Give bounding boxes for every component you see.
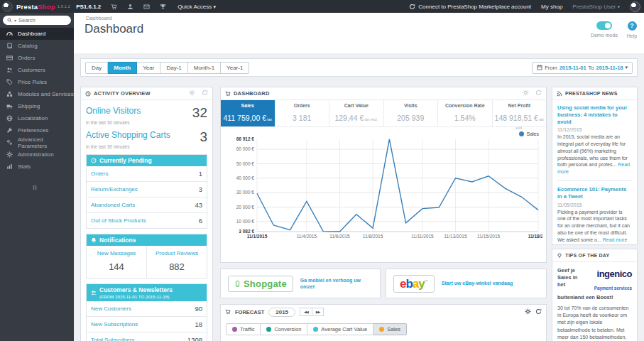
pending-label[interactable]: Abandoned Carts xyxy=(91,202,135,208)
sidebar-search[interactable]: ▾ xyxy=(3,16,71,25)
prestashop-news-panel: PRESTASHOP NEWS Using social media for y… xyxy=(552,87,638,245)
marketplace-link[interactable]: Connect to PrestaShop Marketplace accoun… xyxy=(409,4,531,10)
range-button-day[interactable]: Day xyxy=(85,62,108,74)
my-shop-link[interactable]: My shop xyxy=(541,4,562,10)
sidebar-item-dashboard[interactable]: Dashboard xyxy=(0,28,74,40)
sidebar-item-price-rules[interactable]: Price Rules xyxy=(0,76,74,88)
panel-title: DASHBOARD xyxy=(234,90,270,97)
ingenico-logo[interactable]: ingenico Payment services xyxy=(585,267,632,293)
sidebar-item-catalog[interactable]: Catalog xyxy=(0,40,74,52)
notification-label[interactable]: Product Reviews xyxy=(148,250,205,256)
ebay-link[interactable]: Start uw eBay-winkel vandaag xyxy=(442,280,513,286)
chevron-down-icon: ▾ xyxy=(625,65,628,70)
range-button-year-1[interactable]: Year-1 xyxy=(221,62,249,74)
range-button-year[interactable]: Year xyxy=(137,62,160,74)
gear-icon[interactable] xyxy=(189,90,195,97)
active-carts-link[interactable]: Active Shopping Carts xyxy=(86,130,170,140)
previous-year-button[interactable]: ◀◀ xyxy=(300,308,312,316)
customers-label[interactable]: Total Subscribers xyxy=(91,337,134,341)
puzzle-icon xyxy=(6,91,13,97)
refresh-icon[interactable] xyxy=(535,308,542,316)
gear-icon[interactable] xyxy=(523,90,529,97)
kpi-tile-orders[interactable]: Orders3 181 xyxy=(275,100,330,126)
customers-label[interactable]: New Subscriptions xyxy=(91,321,138,328)
sidebar-item-modules-and-services[interactable]: Modules and Services xyxy=(0,88,74,100)
sidebar-item-orders[interactable]: Orders xyxy=(0,52,74,64)
customers-label[interactable]: New Customers xyxy=(91,305,131,312)
trophy-icon[interactable] xyxy=(160,4,166,10)
rss-icon xyxy=(557,91,562,97)
kpi-tile-net-profit[interactable]: Net Profit148 918,51 € tax excl. xyxy=(493,100,547,126)
kpi-label: Cart Value xyxy=(329,103,383,108)
demo-mode-toggle[interactable] xyxy=(596,21,612,30)
quick-access-menu[interactable]: Quick Access ▾ xyxy=(178,4,216,10)
ebay-letter: y xyxy=(418,277,424,291)
next-year-button[interactable]: ▶▶ xyxy=(312,308,324,316)
messages-icon[interactable] xyxy=(143,4,150,10)
kpi-tile-visits[interactable]: Visits205 939 xyxy=(384,100,439,126)
refresh-icon[interactable] xyxy=(202,90,208,97)
customers-icon[interactable] xyxy=(127,4,133,10)
online-visitors-link[interactable]: Online Visitors xyxy=(86,106,141,116)
tag-icon xyxy=(6,79,13,85)
read-more-link[interactable]: Read more xyxy=(603,237,628,242)
pending-label[interactable]: Out of Stock Products xyxy=(91,217,146,224)
globe-icon xyxy=(6,115,13,121)
svg-text:11/18/201: 11/18/201 xyxy=(528,234,542,239)
shopgate-link[interactable]: Ga mobiel en verhoog uw omzet xyxy=(300,277,373,290)
notification-cell: New Messages144 xyxy=(87,246,146,278)
gears-icon xyxy=(6,139,13,146)
topbar: PrestaShop 1.6.1.2 PS1.6.1.2 Quick Acces… xyxy=(0,0,644,13)
pending-label[interactable]: Orders xyxy=(91,170,108,177)
forecast-legend-sales[interactable]: Sales xyxy=(373,323,407,335)
date-range-picker[interactable]: From2015-11-01 To2015-11-18 ▾ xyxy=(532,62,633,74)
range-button-day-1[interactable]: Day-1 xyxy=(160,62,187,74)
svg-text:30 000 €: 30 000 € xyxy=(236,190,255,195)
forecast-legend-traffic[interactable]: Traffic xyxy=(226,323,261,335)
news-title[interactable]: Using social media for your business: 4 … xyxy=(557,104,632,125)
help-icon[interactable]: ? xyxy=(628,21,637,31)
forecast-year[interactable]: 2015 xyxy=(268,308,295,317)
pending-label[interactable]: Return/Exchanges xyxy=(91,186,138,193)
read-more-link[interactable]: Read more xyxy=(557,162,630,174)
gear-icon[interactable] xyxy=(525,308,531,316)
range-button-month-1[interactable]: Month-1 xyxy=(188,62,221,74)
range-button-month[interactable]: Month xyxy=(108,62,137,74)
user-menu[interactable]: PrestaShop User ▾ xyxy=(572,4,620,10)
sidebar-item-localization[interactable]: Localization xyxy=(0,112,74,124)
kpi-label: Sales xyxy=(221,103,275,108)
svg-text:11/13/2015: 11/13/2015 xyxy=(444,234,466,239)
news-title[interactable]: Ecommerce 101: Payments in a Tweet xyxy=(557,186,632,200)
forecast-legend-conversion[interactable]: Conversion xyxy=(261,323,307,335)
notifications-table: Notifications New Messages144Product Rev… xyxy=(86,234,207,278)
kpi-tile-conversion-rate[interactable]: Conversion Rate1.54% xyxy=(438,100,493,126)
notification-label[interactable]: New Messages xyxy=(88,250,145,256)
pending-value: 3 xyxy=(199,185,202,193)
legend-label: Sales xyxy=(387,326,400,332)
sidebar-item-stats[interactable]: Stats xyxy=(0,161,74,173)
forecast-legend-average-cart-value[interactable]: Average Cart Value xyxy=(307,323,373,335)
sidebar-item-label: Administration xyxy=(18,151,54,158)
sidebar-item-administration[interactable]: Administration xyxy=(0,148,74,161)
sales-chart: 66 912 €60 000 €50 000 €40 000 €30 000 €… xyxy=(226,130,542,247)
news-body: In 2015, social media are an integral pa… xyxy=(557,134,632,175)
kpi-row: Sales411 759,00 € tax excl.Orders3 181Ca… xyxy=(221,100,546,127)
sidebar-item-advanced-parameters[interactable]: Advanced Parameters xyxy=(0,136,74,148)
search-input[interactable] xyxy=(18,17,60,23)
sidebar-item-shipping[interactable]: Shipping xyxy=(0,100,74,112)
kpi-tile-sales[interactable]: Sales411 759,00 € tax excl. xyxy=(221,100,275,126)
cart-icon[interactable] xyxy=(111,4,117,10)
chevron-down-icon: ▾ xyxy=(214,4,217,9)
active-carts-sub: in the last 30 minutes xyxy=(86,144,207,149)
avatar[interactable] xyxy=(630,1,640,12)
kpi-label: Net Profit xyxy=(493,103,547,108)
sidebar: ▾ DashboardCatalogOrdersCustomersPrice R… xyxy=(0,13,74,341)
collapse-menu-icon[interactable] xyxy=(31,181,38,194)
search-icon xyxy=(7,18,12,23)
sidebar-item-preferences[interactable]: Preferences xyxy=(0,124,74,136)
refresh-icon[interactable] xyxy=(535,90,542,97)
lightbulb-icon xyxy=(557,253,562,259)
news-body: Picking a payment provider is one of the… xyxy=(557,209,632,244)
kpi-tile-cart-value[interactable]: Cart Value129,44 € tax excl. xyxy=(329,100,384,126)
sidebar-item-customers[interactable]: Customers xyxy=(0,64,74,76)
